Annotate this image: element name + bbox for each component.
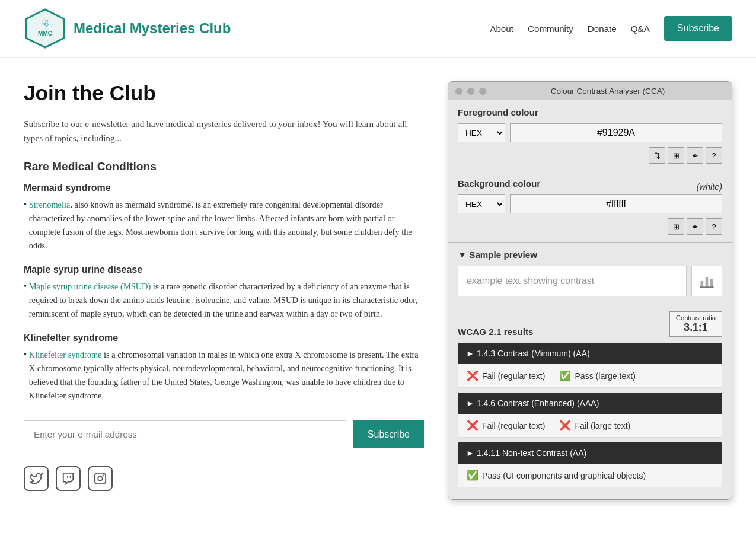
nav-about[interactable]: About (490, 24, 513, 34)
result-aaa-large-label: Fail (large text) (575, 421, 630, 430)
pass-icon-aa-large: ✅ (559, 370, 571, 381)
background-label: Background colour (458, 178, 540, 189)
svg-rect-9 (706, 277, 709, 288)
form-subscribe-button[interactable]: Subscribe (353, 420, 424, 448)
titlebar-dot-3 (479, 88, 486, 95)
wcag-aa-label: ► 1.4.3 Contrast (Minimum) (AA) (466, 349, 590, 358)
result-nontext-pass: ✅ Pass (UI components and graphical obje… (467, 470, 646, 481)
instagram-icon[interactable] (88, 466, 113, 491)
condition-body-klinefelter: ▪ Klinefelter syndrome is a chromosomal … (24, 348, 424, 403)
pass-icon-nontext: ✅ (467, 470, 479, 481)
cca-title: Colour Contrast Analyser (CCA) (491, 87, 725, 95)
wcag-item-nontext: ► 1.4.11 Non-text Contrast (AA) ✅ Pass (… (458, 442, 722, 487)
eyedropper-button[interactable]: ✒ (687, 147, 703, 164)
condition-klinefelter: Klinefelter syndrome ▪ Klinefelter syndr… (24, 333, 424, 403)
wcag-item-body-aa: ❌ Fail (regular text) ✅ Pass (large text… (458, 364, 722, 388)
nav-community[interactable]: Community (528, 24, 573, 34)
contrast-ratio-label: Contrast ratio (676, 314, 716, 321)
preview-label: ▼ Sample preview (458, 250, 722, 260)
result-aa-regular-label: Fail (regular text) (482, 371, 545, 381)
nav-subscribe-button[interactable]: Subscribe (664, 16, 732, 41)
foreground-hex-input[interactable] (510, 123, 722, 142)
svg-rect-10 (710, 279, 713, 288)
wcag-item-header-aa[interactable]: ► 1.4.3 Contrast (Minimum) (AA) (458, 343, 722, 364)
background-hex-input[interactable] (510, 194, 722, 213)
nav-donate[interactable]: Donate (588, 24, 617, 34)
site-header: 🩺 MMC Medical Mysteries Club About Commu… (0, 0, 756, 58)
condition-msud: Maple syrup urine disease ▪ Maple syrup … (24, 264, 424, 321)
logo-area: 🩺 MMC Medical Mysteries Club (24, 7, 231, 50)
help-button-bg[interactable]: ? (706, 218, 722, 235)
wcag-item-aaa: ► 1.4.6 Contrast (Enhanced) (AAA) ❌ Fail… (458, 393, 722, 438)
wcag-title: WCAG 2.1 results (458, 327, 533, 337)
link-sirenomelia[interactable]: Sirenomelia (29, 200, 71, 209)
condition-text-klinefelter: Klinefelter syndrome is a chromosomal va… (29, 348, 424, 403)
nav-qna[interactable]: Q&A (631, 24, 650, 34)
contrast-ratio-value: 3.1:1 (676, 321, 716, 334)
foreground-format-select[interactable]: HEX RGB HSL (458, 123, 505, 142)
twitch-icon[interactable] (56, 466, 81, 491)
result-aaa-regular: ❌ Fail (regular text) (467, 420, 545, 431)
swap-button[interactable]: ⇅ (649, 147, 665, 164)
result-aaa-regular-label: Fail (regular text) (482, 421, 545, 430)
help-button-fg[interactable]: ? (706, 147, 722, 164)
section-title: Rare Medical Conditions (24, 160, 424, 173)
main-content: Join the Club Subscribe to our e-newslet… (0, 58, 756, 524)
result-aa-large: ✅ Pass (large text) (559, 370, 636, 381)
wcag-item-header-nontext[interactable]: ► 1.4.11 Non-text Contrast (AA) (458, 442, 722, 464)
cca-titlebar: Colour Contrast Analyser (CCA) (448, 82, 732, 100)
intro-text: Subscribe to our e-newsletter and have m… (24, 117, 424, 146)
svg-rect-5 (95, 473, 106, 484)
foreground-label: Foreground colour (458, 107, 722, 117)
result-aaa-large: ❌ Fail (large text) (559, 420, 630, 431)
chart-icon-button[interactable] (691, 266, 722, 296)
left-column: Join the Club Subscribe to our e-newslet… (24, 81, 424, 500)
fail-icon-aa-regular: ❌ (467, 370, 479, 381)
condition-body-text-mermaid: , also known as mermaid syndrome, is an … (29, 200, 412, 250)
svg-point-6 (98, 476, 102, 480)
twitter-icon[interactable] (24, 466, 49, 491)
logo-icon: 🩺 MMC (24, 7, 66, 50)
condition-title-klinefelter: Klinefelter syndrome (24, 333, 424, 343)
site-title: Medical Mysteries Club (74, 20, 231, 37)
background-format-select[interactable]: HEX RGB HSL (458, 194, 505, 213)
svg-text:🩺: 🩺 (41, 18, 49, 27)
cca-panel: Colour Contrast Analyser (CCA) Foregroun… (448, 81, 732, 500)
page-title: Join the Club (24, 81, 424, 105)
background-section: Background colour (white) HEX RGB HSL ⊞ … (448, 171, 732, 242)
sliders-button[interactable]: ⊞ (668, 147, 684, 164)
condition-mermaid: Mermaid syndrome ▪ Sirenomelia, also kno… (24, 183, 424, 253)
wcag-item-header-aaa[interactable]: ► 1.4.6 Contrast (Enhanced) (AAA) (458, 393, 722, 414)
result-aa-large-label: Pass (large text) (575, 371, 636, 381)
email-input[interactable] (24, 420, 346, 448)
preview-section: ▼ Sample preview example text showing co… (448, 243, 732, 304)
result-aa-regular: ❌ Fail (regular text) (467, 370, 545, 381)
bullet-msud: ▪ (24, 281, 27, 321)
bullet-mermaid: ▪ (24, 199, 27, 253)
preview-row: example text showing contrast (458, 266, 722, 296)
condition-title-mermaid: Mermaid syndrome (24, 183, 424, 193)
bg-section-header: Background colour (white) (458, 178, 722, 194)
wcag-item-aa: ► 1.4.3 Contrast (Minimum) (AA) ❌ Fail (… (458, 343, 722, 388)
foreground-section: Foreground colour HEX RGB HSL ⇅ ⊞ ✒ ? (448, 100, 732, 171)
foreground-input-row: HEX RGB HSL (458, 123, 722, 142)
titlebar-dot-1 (455, 88, 462, 95)
sliders-button-bg[interactable]: ⊞ (668, 218, 684, 235)
foreground-tools: ⇅ ⊞ ✒ ? (458, 147, 722, 164)
subscribe-form: Subscribe (24, 420, 424, 448)
titlebar-dot-2 (467, 88, 474, 95)
condition-body-mermaid: ▪ Sirenomelia, also known as mermaid syn… (24, 198, 424, 253)
condition-body-msud: ▪ Maple syrup urine disease (MSUD) is a … (24, 280, 424, 321)
wcag-header-row: WCAG 2.1 results Contrast ratio 3.1:1 (458, 311, 722, 337)
bullet-klinefelter: ▪ (24, 349, 27, 403)
wcag-item-body-nontext: ✅ Pass (UI components and graphical obje… (458, 464, 722, 487)
bg-white-label: (white) (697, 182, 722, 192)
svg-text:MMC: MMC (38, 30, 52, 37)
eyedropper-button-bg[interactable]: ✒ (687, 218, 703, 235)
fail-icon-aaa-large: ❌ (559, 420, 571, 431)
link-klinefelter[interactable]: Klinefelter syndrome (29, 350, 102, 359)
wcag-section: WCAG 2.1 results Contrast ratio 3.1:1 ► … (448, 304, 732, 499)
wcag-nontext-label: ► 1.4.11 Non-text Contrast (AA) (466, 448, 586, 458)
link-msud[interactable]: Maple syrup urine disease (MSUD) (29, 282, 151, 291)
condition-text-mermaid: Sirenomelia, also known as mermaid syndr… (29, 198, 424, 253)
